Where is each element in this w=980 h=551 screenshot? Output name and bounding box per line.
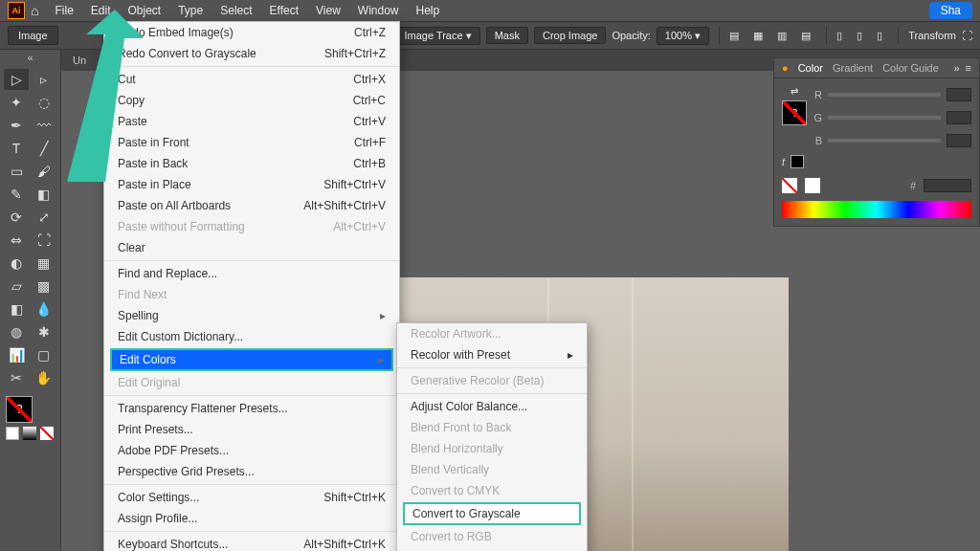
panel-fill-swatch[interactable]: ? (782, 100, 807, 125)
menu-object[interactable]: Object (120, 4, 170, 17)
edit-menu-item[interactable]: Perspective Grid Presets... (104, 461, 399, 482)
b-value[interactable] (947, 134, 971, 147)
panel-expand-icon[interactable]: » (953, 62, 959, 74)
line-tool[interactable]: ╱ (32, 138, 56, 159)
menu-type[interactable]: Type (169, 4, 212, 17)
eyedropper-tool[interactable]: 💧 (32, 298, 56, 320)
edit-menu-item[interactable]: Adobe PDF Presets... (104, 440, 399, 461)
edit-menu-item[interactable]: Transparency Flattener Presets... (104, 398, 399, 419)
hand-tool[interactable]: ✋ (32, 367, 56, 388)
color-panel: ● Color Gradient Color Guide » ≡ ⇄ ? R G… (773, 57, 980, 227)
menu-file[interactable]: File (46, 4, 81, 17)
b-slider[interactable] (828, 139, 941, 143)
hex-field[interactable] (924, 179, 971, 192)
lasso-tool[interactable]: ◌ (32, 92, 56, 113)
submenu-item[interactable]: Invert Colors (397, 547, 587, 551)
menu-edit[interactable]: Edit (82, 4, 120, 17)
tab-color[interactable]: Color (798, 62, 823, 74)
rectangle-tool[interactable]: ▭ (4, 161, 29, 182)
g-label: G (813, 112, 822, 123)
selection-tool[interactable]: ▷ (4, 69, 29, 90)
control-right-group: Image Trace ▾ Mask Crop Image Opacity: 1… (395, 27, 972, 45)
edit-menu-item[interactable]: Undo Embed Image(s)Ctrl+Z (104, 22, 399, 43)
edit-menu-item[interactable]: Clear (104, 237, 399, 258)
g-value[interactable] (947, 111, 971, 124)
edit-menu-item[interactable]: Keyboard Shortcuts...Alt+Shift+Ctrl+K (104, 534, 399, 551)
shaper-tool[interactable]: ✎ (4, 184, 29, 205)
edit-menu-item[interactable]: Paste in PlaceShift+Ctrl+V (104, 174, 399, 195)
separator (719, 27, 720, 44)
home-icon[interactable]: ⌂ (31, 3, 38, 18)
edit-menu-item[interactable]: CutCtrl+X (104, 69, 399, 90)
r-value[interactable] (947, 88, 971, 101)
none-mode-icon[interactable] (40, 427, 54, 440)
slice-tool[interactable]: ✂ (4, 367, 29, 388)
mask-button[interactable]: Mask (486, 27, 528, 44)
eraser-tool[interactable]: ◧ (32, 184, 56, 205)
edit-menu-item[interactable]: PasteCtrl+V (104, 111, 399, 132)
free-transform-tool[interactable]: ⛶ (32, 230, 56, 251)
menu-select[interactable]: Select (212, 4, 260, 17)
blend-tool[interactable]: ◍ (4, 321, 29, 342)
mesh-tool[interactable]: ▩ (32, 276, 56, 297)
pen-tool[interactable]: ✒ (4, 115, 29, 136)
magic-wand-tool[interactable]: ✦ (4, 92, 29, 113)
r-slider[interactable] (828, 93, 941, 97)
artboard-tool[interactable]: ▢ (32, 344, 56, 365)
paintbrush-tool[interactable]: 🖌 (32, 161, 56, 182)
fill-swatch[interactable]: ? (6, 396, 33, 423)
gradient-tool[interactable]: ◧ (4, 298, 29, 320)
edit-menu-item[interactable]: Edit Custom Dictionary... (104, 326, 399, 347)
tools-collapse-icon[interactable]: « (0, 50, 60, 65)
g-slider[interactable] (828, 116, 941, 120)
none-swatch-icon[interactable] (782, 178, 797, 193)
edit-menu-item[interactable]: CopyCtrl+C (104, 90, 399, 111)
scale-tool[interactable]: ⤢ (32, 207, 56, 228)
rotate-tool[interactable]: ⟳ (4, 207, 29, 228)
tint-chip[interactable] (791, 155, 804, 168)
edit-menu-item[interactable]: Color Settings...Shift+Ctrl+K (104, 487, 399, 508)
edit-menu-item[interactable]: Edit Colors▸ (110, 348, 393, 371)
edit-menu-item[interactable]: Redo Convert to GrayscaleShift+Ctrl+Z (104, 43, 399, 64)
tab-color-guide[interactable]: Color Guide (882, 62, 939, 74)
perspective-tool[interactable]: ▱ (4, 276, 29, 297)
image-trace-button[interactable]: Image Trace ▾ (395, 27, 479, 45)
panel-menu-icon[interactable]: ≡ (966, 62, 971, 74)
swap-fill-stroke-icon[interactable]: ⇄ (791, 86, 798, 97)
menu-effect[interactable]: Effect (261, 4, 307, 17)
menu-help[interactable]: Help (408, 4, 449, 17)
crop-button[interactable]: Crop Image (534, 27, 606, 44)
shape-builder-tool[interactable]: ◐ (4, 253, 29, 274)
graph-tool[interactable]: 📊 (4, 344, 29, 365)
symbol-sprayer-tool[interactable]: ✱ (32, 321, 56, 342)
opacity-field[interactable]: 100% ▾ (657, 27, 709, 45)
edit-menu-item[interactable]: Spelling▸ (104, 305, 399, 326)
menu-window[interactable]: Window (349, 4, 408, 17)
gradient-mode-icon[interactable] (23, 427, 36, 440)
spectrum-ramp[interactable] (782, 201, 971, 218)
edit-menu-item[interactable]: Paste in FrontCtrl+F (104, 132, 399, 153)
align-icons[interactable]: ▤ ▦ ▥ ▤ (729, 30, 816, 42)
share-button[interactable]: Sha (929, 2, 972, 19)
distribute-icons[interactable]: ▯ ▯ ▯ (836, 30, 888, 42)
submenu-item[interactable]: Convert to Grayscale (403, 502, 581, 525)
width-tool[interactable]: ⇔ (4, 230, 29, 251)
color-mode-icon[interactable] (6, 427, 19, 440)
isolate-icon[interactable]: ⛶ (962, 30, 972, 41)
edit-menu-item[interactable]: Paste on All ArtboardsAlt+Shift+Ctrl+V (104, 195, 399, 216)
live-paint-tool[interactable]: ▦ (32, 253, 56, 274)
white-swatch-icon[interactable] (805, 178, 820, 193)
tab-gradient[interactable]: Gradient (833, 62, 873, 74)
edit-menu-item[interactable]: Paste in BackCtrl+B (104, 153, 399, 174)
submenu-item[interactable]: Adjust Color Balance... (397, 396, 587, 417)
submenu-item[interactable]: Recolor with Preset▸ (397, 344, 587, 365)
edit-menu-item[interactable]: Find and Replace... (104, 263, 399, 284)
fill-stroke-swatches[interactable]: ? (6, 396, 55, 440)
menu-view[interactable]: View (307, 4, 349, 17)
curvature-tool[interactable]: 〰 (32, 115, 56, 136)
direct-selection-tool[interactable]: ▹ (32, 69, 56, 90)
type-tool[interactable]: T (4, 138, 29, 159)
edit-menu-item[interactable]: Print Presets... (104, 419, 399, 440)
edit-menu-item[interactable]: Assign Profile... (104, 508, 399, 529)
transform-link[interactable]: Transform (908, 30, 956, 41)
